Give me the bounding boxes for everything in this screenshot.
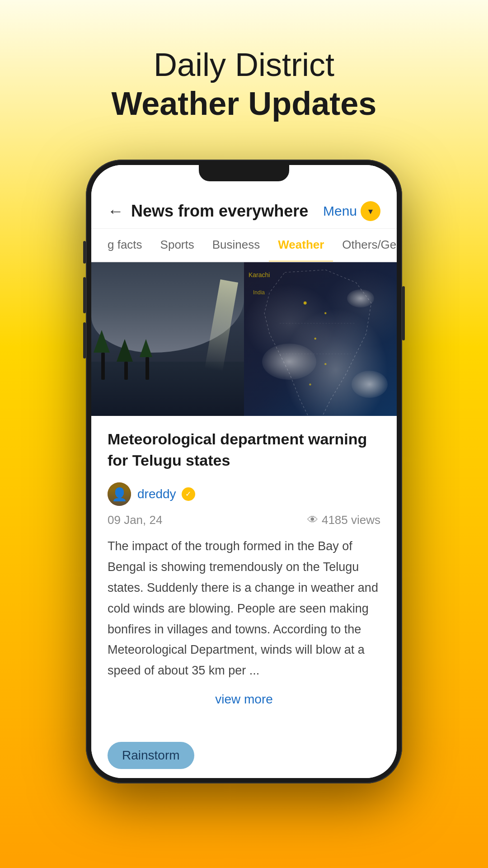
phone-screen: ← News from everywhere Menu ▾ g facts Sp… [91,165,397,778]
satellite-map: Karachi India [244,262,397,416]
tags-row: Rainstorm [91,733,397,778]
article-body: The impact of the trough formed in the B… [108,536,380,681]
phone-outer: ← News from everywhere Menu ▾ g facts Sp… [86,160,402,783]
author-row: dreddy ✓ [108,482,380,506]
svg-point-1 [324,312,327,314]
app-title: News from everywhere [131,202,308,221]
storm-trees [96,330,152,380]
avatar-face [108,482,131,506]
map-label-karachi: Karachi [249,271,270,278]
article-views: 👁 4185 views [307,513,380,527]
tab-others[interactable]: Others/General [333,229,397,262]
header-line2: Weather Updates [112,84,377,123]
volume-down-button [83,322,86,359]
volume-mute-button [83,241,86,264]
svg-point-4 [309,383,311,386]
news-image-container: Karachi India [91,262,397,416]
article-title: Meteorological department warning for Te… [108,429,380,472]
tab-business[interactable]: Business [203,229,269,262]
map-label-india: India [253,289,265,296]
tab-sports[interactable]: Sports [151,229,203,262]
tab-facts[interactable]: g facts [99,229,151,262]
avatar [108,482,131,506]
map-border-svg [244,262,397,416]
volume-up-button [83,277,86,313]
menu-button[interactable]: Menu ▾ [323,201,380,221]
author-info: dreddy ✓ [137,487,195,501]
tab-weather[interactable]: Weather [269,229,333,262]
tag-rainstorm[interactable]: Rainstorm [108,742,194,769]
news-content: Meteorological department warning for Te… [91,416,397,733]
map-background: Karachi India [244,262,397,416]
verified-badge: ✓ [182,487,195,501]
views-count: 4185 views [322,513,380,527]
app-header-left: ← News from everywhere [108,202,308,221]
svg-point-2 [314,338,316,340]
article-date: 09 Jan, 24 [108,513,162,527]
menu-dropdown-icon: ▾ [361,201,380,221]
header-line1: Daily District [112,45,377,84]
app-header: ← News from everywhere Menu ▾ [91,192,397,229]
content-area: Karachi India Meteorological department … [91,262,397,778]
page-header: Daily District Weather Updates [112,45,377,123]
svg-point-3 [324,363,327,365]
power-button [402,286,405,340]
svg-point-0 [304,302,307,305]
phone-notch [199,165,289,181]
menu-label: Menu [323,203,357,219]
author-left: dreddy ✓ [108,482,195,506]
meta-row: 09 Jan, 24 👁 4185 views [108,513,380,527]
storm-photo [91,262,244,416]
back-icon[interactable]: ← [108,202,124,221]
eye-icon: 👁 [307,514,318,526]
phone-mockup: ← News from everywhere Menu ▾ g facts Sp… [86,160,402,783]
author-name: dreddy [137,487,176,501]
view-more-link[interactable]: view more [108,692,380,707]
tabs-bar: g facts Sports Business Weather Others/G… [91,229,397,262]
